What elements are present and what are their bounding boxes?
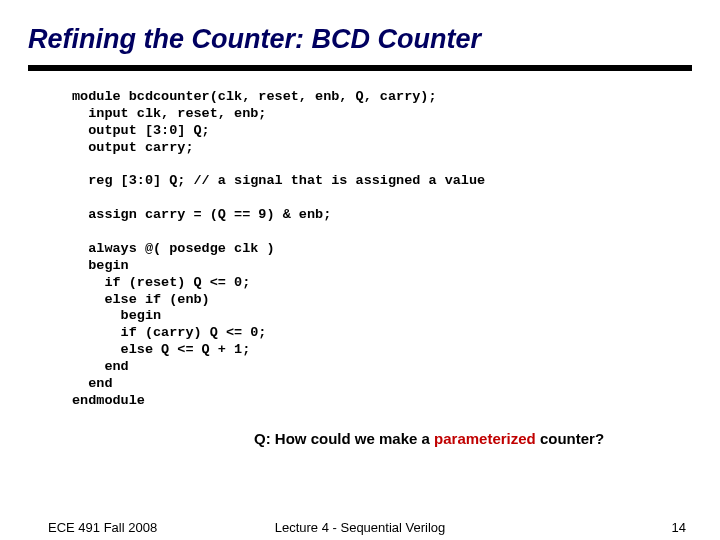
footer-page-number: 14 [672, 520, 686, 535]
question-prefix: Q: How could we make a [254, 430, 434, 447]
footer-center: Lecture 4 - Sequential Verilog [0, 520, 720, 535]
question-highlight: parameterized [434, 430, 536, 447]
page-title: Refining the Counter: BCD Counter [28, 24, 692, 55]
question-text: Q: How could we make a parameterized cou… [254, 430, 604, 447]
title-rule [28, 65, 692, 71]
code-block: module bcdcounter(clk, reset, enb, Q, ca… [28, 89, 692, 410]
question-suffix: counter? [536, 430, 604, 447]
